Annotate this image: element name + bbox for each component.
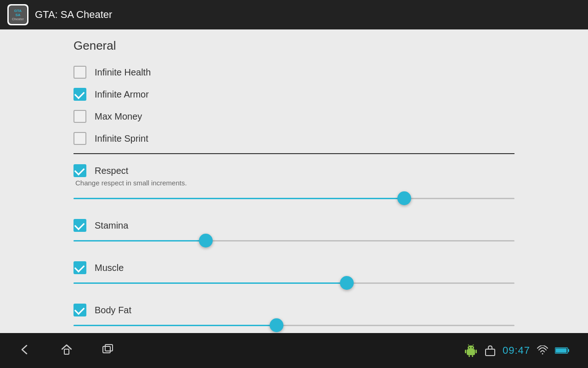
sliders-container: Respect Change respect in small incremen… — [74, 158, 514, 333]
nav-icons-left — [18, 343, 115, 358]
list-item: Max Money — [74, 105, 514, 127]
logo-inner: GTA SA Cheater — [9, 6, 27, 24]
svg-rect-17 — [486, 349, 495, 356]
infinite-sprint-checkbox[interactable] — [74, 132, 86, 145]
list-item: Body Fat — [74, 299, 514, 318]
status-bar-right: 09:47 — [464, 344, 570, 357]
stamina-label: Stamina — [95, 220, 128, 231]
home-button[interactable] — [60, 343, 74, 358]
section-divider — [74, 153, 514, 154]
svg-rect-4 — [64, 349, 69, 354]
list-item: Stamina — [74, 214, 514, 234]
checkboxes-container: Infinite Health Infinite Armor Max Money… — [74, 61, 514, 150]
main-content: General Infinite Health Infinite Armor M… — [0, 29, 588, 333]
list-item: Respect — [74, 160, 514, 179]
body-fat-checkbox[interactable] — [74, 304, 86, 316]
svg-line-12 — [473, 345, 474, 345]
max-money-label: Max Money — [95, 111, 142, 122]
infinite-health-label: Infinite Health — [95, 67, 151, 78]
body-fat-section: Body Fat — [74, 297, 514, 333]
section-title: General — [74, 39, 514, 53]
app-title: GTA: SA Cheater — [35, 9, 112, 21]
infinite-health-checkbox[interactable] — [74, 66, 86, 79]
list-item: Muscle — [74, 257, 514, 276]
svg-rect-6 — [105, 345, 113, 351]
max-money-checkbox[interactable] — [74, 110, 86, 123]
slider-track-fill — [74, 198, 404, 199]
respect-checkbox[interactable] — [74, 164, 86, 177]
back-button[interactable] — [18, 343, 32, 358]
svg-text:Cheater: Cheater — [12, 17, 24, 21]
slider-track-fill — [74, 240, 206, 242]
body-fat-slider[interactable] — [74, 318, 514, 332]
svg-rect-16 — [472, 355, 473, 357]
time-display: 09:47 — [503, 345, 530, 356]
svg-rect-15 — [469, 355, 470, 357]
stamina-slider[interactable] — [74, 234, 514, 247]
store-icon[interactable] — [484, 345, 496, 356]
svg-rect-13 — [465, 350, 466, 353]
svg-point-8 — [468, 345, 474, 350]
slider-thumb[interactable] — [199, 234, 213, 247]
recents-button[interactable] — [101, 343, 115, 358]
list-item: Infinite Health — [74, 61, 514, 83]
list-item: Infinite Armor — [74, 83, 514, 105]
svg-point-9 — [469, 347, 470, 348]
infinite-sprint-label: Infinite Sprint — [95, 133, 148, 144]
respect-slider[interactable] — [74, 191, 514, 205]
svg-point-10 — [472, 347, 473, 348]
muscle-section: Muscle — [74, 255, 514, 297]
svg-text:SA: SA — [15, 13, 20, 17]
svg-text:GTA: GTA — [14, 9, 22, 13]
list-item: Infinite Sprint — [74, 127, 514, 150]
respect-label: Respect — [95, 166, 128, 176]
svg-line-11 — [468, 345, 469, 345]
infinite-armor-checkbox[interactable] — [74, 88, 86, 101]
svg-rect-14 — [475, 350, 477, 353]
muscle-label: Muscle — [95, 263, 124, 273]
infinite-armor-label: Infinite Armor — [95, 89, 149, 100]
slider-thumb[interactable] — [270, 318, 283, 332]
respect-section: Respect Change respect in small incremen… — [74, 158, 514, 213]
svg-rect-19 — [568, 349, 569, 352]
body-fat-label: Body Fat — [95, 305, 131, 316]
svg-rect-20 — [556, 349, 567, 353]
battery-icon — [555, 347, 570, 354]
android-icon — [464, 344, 478, 357]
app-bar: GTA SA Cheater GTA: SA Cheater — [0, 0, 588, 29]
muscle-slider[interactable] — [74, 276, 514, 290]
app-logo: GTA SA Cheater — [7, 4, 28, 25]
slider-track-fill — [74, 325, 277, 326]
slider-track-fill — [74, 282, 347, 284]
wifi-icon — [537, 345, 548, 356]
bottom-bar: 09:47 — [0, 333, 588, 368]
slider-thumb[interactable] — [397, 191, 411, 205]
respect-hint: Change respect in small increments. — [75, 179, 514, 187]
muscle-checkbox[interactable] — [74, 261, 86, 274]
stamina-checkbox[interactable] — [74, 219, 86, 232]
slider-thumb[interactable] — [340, 276, 354, 290]
stamina-section: Stamina — [74, 213, 514, 255]
svg-rect-5 — [103, 346, 110, 353]
